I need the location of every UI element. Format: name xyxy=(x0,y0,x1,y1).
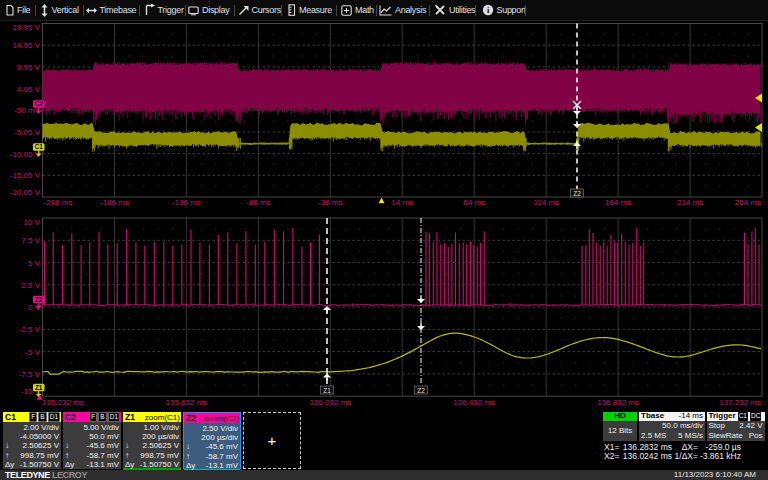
svg-text:-20.05 V: -20.05 V xyxy=(10,188,41,197)
svg-text:135.632 ms: 135.632 ms xyxy=(165,398,207,407)
svg-text:9.95 V: 9.95 V xyxy=(17,63,41,72)
svg-text:14 ms: 14 ms xyxy=(391,198,413,207)
svg-text:Z2: Z2 xyxy=(573,190,581,197)
svg-text:-36 ms: -36 ms xyxy=(318,198,342,207)
svg-text:136.032 ms: 136.032 ms xyxy=(309,398,351,407)
svg-text:-7.5 V: -7.5 V xyxy=(19,370,41,379)
svg-text:136.832 ms: 136.832 ms xyxy=(597,398,639,407)
svg-text:Z2: Z2 xyxy=(35,296,43,303)
svg-text:137.232 ms: 137.232 ms xyxy=(719,398,761,407)
svg-text:Z1: Z1 xyxy=(323,387,331,394)
svg-text:5 V: 5 V xyxy=(28,259,41,268)
svg-text:2.5 V: 2.5 V xyxy=(21,281,40,290)
svg-text:7.5 V: 7.5 V xyxy=(21,236,40,245)
svg-text:264 ms: 264 ms xyxy=(735,198,761,207)
svg-text:64 ms: 64 ms xyxy=(463,198,485,207)
svg-text:19.95 V: 19.95 V xyxy=(12,23,40,32)
svg-text:4.95 V: 4.95 V xyxy=(17,85,41,94)
svg-text:-5 V: -5 V xyxy=(25,348,40,357)
svg-text:135.232 ms: 135.232 ms xyxy=(42,398,84,407)
svg-text:-10.05 V: -10.05 V xyxy=(10,150,41,159)
svg-text:114 ms: 114 ms xyxy=(533,198,559,207)
svg-text:164 ms: 164 ms xyxy=(605,198,631,207)
svg-text:-15.05 V: -15.05 V xyxy=(10,171,41,180)
svg-text:Z1: Z1 xyxy=(35,384,43,391)
svg-text:136.432 ms: 136.432 ms xyxy=(453,398,495,407)
svg-text:214 ms: 214 ms xyxy=(677,198,703,207)
svg-text:C2: C2 xyxy=(35,100,44,107)
svg-text:-5.05 V: -5.05 V xyxy=(14,128,40,137)
svg-text:-186 ms: -186 ms xyxy=(100,198,129,207)
svg-text:-236 ms: -236 ms xyxy=(44,198,73,207)
svg-text:Z2: Z2 xyxy=(417,387,425,394)
svg-text:-136 ms: -136 ms xyxy=(172,198,201,207)
svg-text:10 V: 10 V xyxy=(24,218,41,227)
svg-text:-86 ms: -86 ms xyxy=(246,198,270,207)
svg-text:14.95 V: 14.95 V xyxy=(12,41,40,50)
svg-text:C1: C1 xyxy=(35,143,44,150)
svg-text:-2.5 V: -2.5 V xyxy=(19,325,41,334)
